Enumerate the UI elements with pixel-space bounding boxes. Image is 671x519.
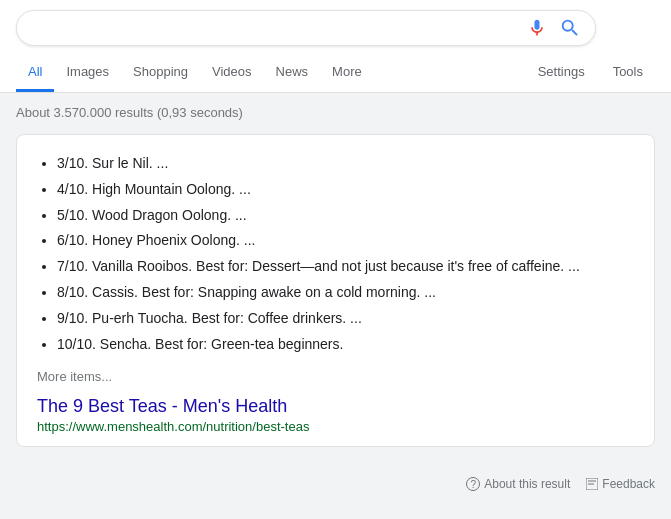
results-count: About 3.570.000 results (0,93 seconds) (0, 93, 671, 126)
feedback-icon (586, 478, 598, 490)
about-result-label: About this result (484, 477, 570, 491)
search-icon[interactable] (559, 17, 581, 39)
nav-tabs: All Images Shopping Videos News More Set… (16, 54, 655, 92)
tab-videos[interactable]: Videos (200, 54, 264, 92)
tab-all[interactable]: All (16, 54, 54, 92)
list-item: 7/10. Vanilla Rooibos. Best for: Dessert… (57, 254, 634, 280)
search-box: the best teas to drink (16, 10, 596, 46)
tab-shopping[interactable]: Shopping (121, 54, 200, 92)
tab-news[interactable]: News (264, 54, 321, 92)
result-list: 3/10. Sur le Nil. ...4/10. High Mountain… (37, 151, 634, 357)
list-item: 10/10. Sencha. Best for: Green-tea begin… (57, 332, 634, 358)
list-item: 5/10. Wood Dragon Oolong. ... (57, 203, 634, 229)
main-content: 3/10. Sur le Nil. ...4/10. High Mountain… (0, 126, 671, 471)
list-item: 4/10. High Mountain Oolong. ... (57, 177, 634, 203)
list-item: 9/10. Pu-erh Tuocha. Best for: Coffee dr… (57, 306, 634, 332)
help-icon: ? (466, 477, 480, 491)
result-url: https://www.menshealth.com/nutrition/bes… (37, 419, 634, 434)
header: the best teas to drink All Images Shoppi… (0, 0, 671, 93)
list-item: 3/10. Sur le Nil. ... (57, 151, 634, 177)
search-icons (527, 17, 581, 39)
list-item: 6/10. Honey Phoenix Oolong. ... (57, 228, 634, 254)
result-card: 3/10. Sur le Nil. ...4/10. High Mountain… (16, 134, 655, 447)
tab-tools[interactable]: Tools (601, 54, 655, 92)
tab-settings[interactable]: Settings (526, 54, 597, 92)
feedback-item[interactable]: Feedback (586, 477, 655, 491)
about-result-item[interactable]: ? About this result (466, 477, 570, 491)
result-title[interactable]: The 9 Best Teas - Men's Health (37, 396, 634, 417)
more-items[interactable]: More items... (37, 369, 634, 384)
microphone-icon[interactable] (527, 18, 547, 38)
footer-row: ? About this result Feedback (0, 471, 671, 497)
search-input[interactable]: the best teas to drink (31, 19, 519, 37)
tab-more[interactable]: More (320, 54, 374, 92)
nav-settings: Settings Tools (526, 54, 655, 92)
tab-images[interactable]: Images (54, 54, 121, 92)
search-bar-row: the best teas to drink (16, 10, 655, 46)
feedback-label: Feedback (602, 477, 655, 491)
list-item: 8/10. Cassis. Best for: Snapping awake o… (57, 280, 634, 306)
